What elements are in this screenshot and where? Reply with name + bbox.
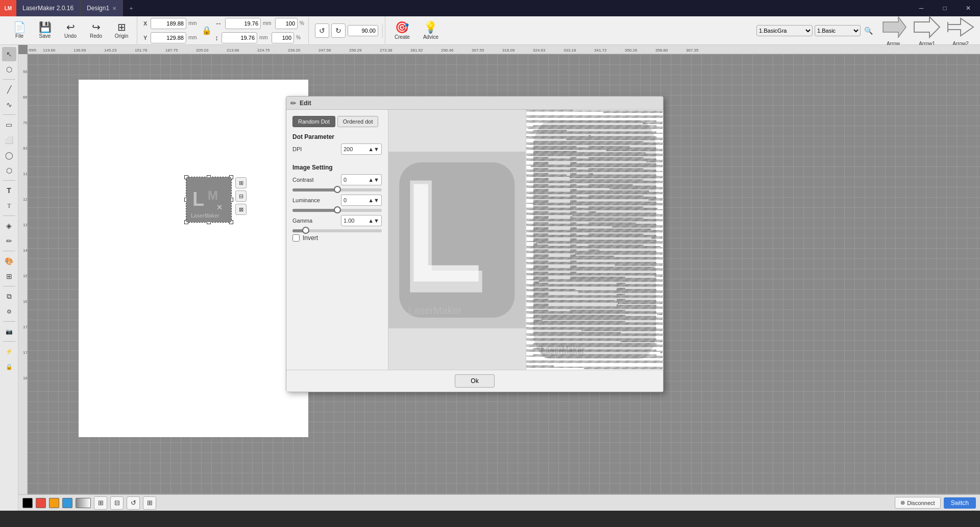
canvas-object[interactable]: L M LaserMaker ✕ ⊞ ⊟ ⊠	[186, 177, 232, 223]
align-btn[interactable]: ⊞	[94, 496, 107, 510]
tool-fill[interactable]: ◈	[2, 219, 16, 233]
tool-bezier[interactable]: ∿	[2, 98, 16, 112]
lock-icon[interactable]: 🔒	[201, 25, 213, 36]
dialog-tabs: Random Dot Ordered dot	[292, 116, 382, 127]
svg-text:111.60: 111.60	[23, 172, 28, 176]
tab-close-btn[interactable]: ✕	[112, 6, 116, 11]
height-input[interactable]	[222, 32, 257, 43]
rotate-ccw-btn[interactable]: ↺	[315, 23, 329, 38]
svg-text:247.56: 247.56	[318, 48, 331, 53]
svg-text:162.32: 162.32	[23, 299, 28, 304]
table-btn[interactable]: ⊞	[143, 496, 156, 510]
design-tab[interactable]: Design1 ✕	[81, 0, 123, 16]
color-blue[interactable]	[62, 498, 72, 508]
svg-text:307.55: 307.55	[472, 48, 484, 53]
dialog-body: Random Dot Ordered dot Dot Parameter DPI…	[286, 110, 663, 370]
tool-node[interactable]: ⬡	[2, 62, 16, 77]
tool-rect2[interactable]: ⬜	[2, 133, 16, 147]
tool-paint[interactable]: 🎨	[2, 254, 16, 268]
ok-button[interactable]: Ok	[455, 374, 494, 388]
contrast-slider[interactable]	[292, 188, 382, 191]
new-tab-btn[interactable]: ＋	[123, 4, 139, 13]
tool-settings[interactable]: ⚙	[2, 304, 16, 319]
x-input[interactable]	[151, 18, 186, 29]
side-icon-3[interactable]: ⊠	[235, 204, 247, 215]
svg-text:145.23: 145.23	[23, 248, 28, 253]
luminance-slider[interactable]	[292, 209, 382, 212]
profile-select-1[interactable]: 1.BasicGra	[756, 25, 813, 36]
svg-text:273.38: 273.38	[380, 48, 393, 53]
image-setting-section: Image Setting Contrast 0 ▲▼	[292, 164, 382, 242]
side-icon-2[interactable]: ⊟	[235, 190, 247, 202]
dot-param-title: Dot Parameter	[292, 133, 382, 140]
search-btn[interactable]: 🔍	[863, 25, 874, 36]
color-red[interactable]	[36, 498, 46, 508]
tool-lock[interactable]: 🔒	[2, 360, 16, 374]
tool-grid[interactable]: ⊞	[2, 269, 16, 283]
svg-text:358.80: 358.80	[655, 48, 668, 53]
arrow3-preview[interactable]: Arrow2	[945, 14, 976, 46]
origin-btn[interactable]: ⊞ Origin	[109, 18, 134, 43]
contrast-input[interactable]: 0 ▲▼	[341, 174, 382, 185]
side-icon-1[interactable]: ⊞	[235, 177, 247, 188]
tab-ordered-dot[interactable]: Ordered dot	[337, 116, 379, 127]
rotation-input[interactable]	[348, 25, 378, 36]
rotate-cw-btn[interactable]: ↻	[331, 23, 346, 38]
gamma-input[interactable]: 1.00 ▲▼	[341, 215, 382, 226]
tool-laser[interactable]: ⚡	[2, 344, 16, 358]
arrow1-shape	[878, 14, 909, 40]
width-pct-input[interactable]	[275, 18, 298, 29]
tool-ellipse[interactable]: ◯	[2, 148, 16, 162]
tool-edit[interactable]: ✏	[2, 234, 16, 248]
svg-text:LaserMaker: LaserMaker	[191, 213, 219, 219]
tool-rect[interactable]: ▭	[2, 117, 16, 132]
arrow1-preview[interactable]: Arrow	[878, 14, 909, 46]
arrow2-preview[interactable]: Arrow1	[912, 14, 942, 46]
gamma-slider[interactable]	[292, 229, 382, 232]
tool-text[interactable]: T	[2, 183, 16, 198]
disconnect-btn[interactable]: ⊗ Disconnect	[895, 497, 940, 509]
tool-camera[interactable]: 📷	[2, 324, 16, 339]
dpi-select[interactable]: 200 ▲▼	[341, 143, 382, 155]
tool-layers[interactable]: ⧉	[2, 289, 16, 303]
invert-label[interactable]: Invert	[303, 234, 318, 242]
svg-text:290.46: 290.46	[441, 48, 454, 53]
color-gradient[interactable]	[76, 498, 91, 508]
distribute-btn[interactable]: ⊟	[110, 496, 124, 510]
tool-polygon[interactable]: ⬡	[2, 163, 16, 178]
dialog-left-panel: Random Dot Ordered dot Dot Parameter DPI…	[286, 110, 388, 370]
invert-row: Invert	[292, 234, 382, 242]
redo-btn[interactable]: ↪ Redo	[84, 18, 108, 43]
left-toolbar: ↖ ⬡ ╱ ∿ ▭ ⬜ ◯ ⬡ T 𝕋 ◈ ✏ 🎨 ⊞ ⧉ ⚙ 📷 ⚡ 🔒	[0, 45, 18, 511]
color-orange[interactable]	[49, 498, 59, 508]
color-black[interactable]	[22, 498, 33, 508]
svg-text:M: M	[450, 184, 486, 233]
tab-random-dot[interactable]: Random Dot	[292, 116, 335, 127]
save-btn[interactable]: 💾 Save	[33, 18, 57, 43]
switch-btn[interactable]: Switch	[944, 497, 976, 509]
advice-btn[interactable]: 💡 Advice	[417, 19, 445, 42]
y-label: Y	[143, 35, 149, 41]
height-pct-input[interactable]	[272, 32, 294, 43]
undo-btn[interactable]: ↩ Undo	[58, 18, 83, 43]
luminance-row: Luminance 0 ▲▼	[292, 195, 382, 206]
tool-text2[interactable]: 𝕋	[2, 199, 16, 213]
profile-select-2[interactable]: 1.Basic	[815, 25, 861, 36]
svg-text:281.92: 281.92	[410, 48, 423, 53]
file-btn[interactable]: 📄 File	[7, 18, 32, 43]
svg-text:187.95: 187.95	[23, 376, 28, 380]
tool-line[interactable]: ╱	[2, 82, 16, 97]
tool-select[interactable]: ↖	[2, 47, 16, 61]
invert-checkbox[interactable]	[292, 234, 300, 242]
luminance-input[interactable]: 0 ▲▼	[341, 195, 382, 206]
create-btn[interactable]: 🎯 Create	[388, 19, 416, 42]
rotate-left-btn[interactable]: ↺	[127, 496, 140, 510]
ruler-top: mm 119.60 136.69 145.23 151.78 187.75 20…	[28, 45, 980, 54]
dialog-header[interactable]: ✏ Edit	[286, 97, 663, 110]
width-input[interactable]	[225, 18, 261, 29]
object-image: L M LaserMaker ✕	[186, 177, 231, 222]
arrow3-shape	[945, 14, 976, 40]
y-input[interactable]	[151, 32, 186, 43]
dpi-label: DPI	[292, 146, 302, 152]
svg-text:79.09: 79.09	[23, 121, 28, 125]
